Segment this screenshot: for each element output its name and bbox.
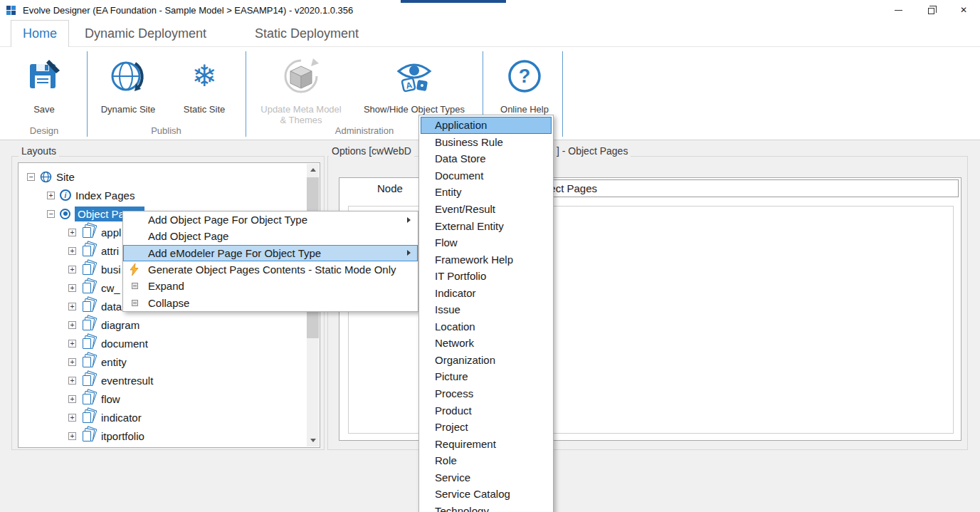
submenu-item-entity[interactable]: Entity: [421, 184, 552, 201]
tree-item-itportfolio[interactable]: + itportfolio: [19, 427, 320, 445]
submenu-item-event-result[interactable]: Event/Result: [421, 201, 552, 218]
menu-item-collapse[interactable]: Collapse: [123, 294, 418, 310]
menu-item-label: Add Object Page: [148, 230, 228, 242]
minimize-icon: [895, 10, 902, 11]
submenu-item-location[interactable]: Location: [421, 318, 552, 335]
submenu-item-application[interactable]: Application: [421, 117, 552, 134]
tree-item-label: diagram: [101, 319, 139, 331]
submenu-item-indicator[interactable]: Indicator: [421, 284, 552, 301]
minimize-button[interactable]: [882, 0, 915, 20]
snowflake-icon: ❄: [191, 54, 216, 98]
tree-item-entity[interactable]: + entity: [19, 352, 320, 371]
group-label-design: Design: [16, 125, 73, 136]
titlebar: Evolve Designer (EA Foundation - Sample …: [0, 0, 980, 20]
submenu-item-organization[interactable]: Organization: [421, 352, 552, 369]
page-stack-icon: [81, 357, 97, 367]
menu-item-add-object-page[interactable]: Add Object Page: [123, 228, 418, 244]
submenu-item-it-portfolio[interactable]: IT Portfolio: [421, 268, 552, 285]
menu-item-expand[interactable]: Expand: [123, 278, 418, 294]
submenu-item-project[interactable]: Project: [421, 419, 552, 436]
menu-item-add-emodeler-page-for-object-type[interactable]: Add eModeler Page For Object Type: [123, 245, 418, 261]
show-hide-object-types-label: Show/Hide Object Types: [364, 104, 465, 115]
expand-expander-icon[interactable]: +: [68, 358, 76, 366]
menu-item-label: Add Object Page For Object Type: [148, 214, 307, 226]
maximize-button[interactable]: [915, 0, 947, 20]
expand-expander-icon[interactable]: +: [68, 395, 76, 403]
expand-expander-icon[interactable]: +: [68, 414, 76, 422]
menu-item-label: Expand: [148, 280, 184, 292]
collapse-expander-icon[interactable]: −: [27, 173, 35, 181]
submenu-item-requirement[interactable]: Requirement: [421, 435, 552, 452]
submenu-item-document[interactable]: Document: [421, 167, 552, 184]
options-panel-title-left: Options [cwWebD: [329, 145, 414, 157]
menu-item-generate-object-pages-contents[interactable]: Generate Object Pages Contents - Static …: [123, 261, 418, 278]
expand-expander-icon[interactable]: +: [68, 247, 76, 255]
submenu-item-flow[interactable]: Flow: [421, 234, 552, 251]
dynamic-site-button[interactable]: Dynamic Site: [95, 54, 162, 115]
expand-expander-icon[interactable]: +: [68, 303, 76, 310]
menu-item-add-object-page-for-object-type[interactable]: Add Object Page For Object Type: [123, 211, 418, 228]
tab-home[interactable]: Home: [11, 20, 69, 48]
close-button[interactable]: ✕: [947, 0, 980, 20]
save-button[interactable]: Save: [16, 54, 73, 115]
tree-item-diagram[interactable]: + diagram: [19, 315, 320, 334]
static-site-button[interactable]: ❄ Static Site: [171, 54, 238, 115]
lightning-icon: [130, 263, 139, 276]
submenu-item-service[interactable]: Service: [421, 469, 552, 486]
submenu-item-issue[interactable]: Issue: [421, 301, 552, 318]
submenu-item-technology[interactable]: Technology: [421, 503, 552, 512]
submenu-item-service-catalog[interactable]: Service Catalog: [421, 486, 552, 503]
expand-expander-icon[interactable]: +: [68, 377, 76, 385]
submenu-item-framework-help[interactable]: Framework Help: [421, 251, 552, 268]
page-stack-icon: [81, 412, 97, 423]
submenu-item-picture[interactable]: Picture: [421, 368, 552, 385]
page-stack-icon: [81, 283, 97, 293]
submenu-item-process[interactable]: Process: [421, 385, 552, 402]
ribbon-separator: [87, 51, 88, 137]
submenu-item-external-entity[interactable]: External Entity: [421, 217, 552, 234]
tree-item-indicator[interactable]: + indicator: [19, 408, 320, 427]
svg-text:?: ?: [519, 66, 531, 87]
tree-item-label: entity: [101, 356, 127, 368]
tree-item-label: itportfolio: [101, 430, 144, 442]
tree-item-eventresult[interactable]: + eventresult: [19, 371, 320, 390]
expand-expander-icon[interactable]: +: [68, 321, 76, 329]
submenu-item-product[interactable]: Product: [421, 402, 552, 419]
scrollbar-down-button[interactable]: [307, 434, 319, 446]
window-title: Evolve Designer (EA Foundation - Sample …: [23, 5, 353, 16]
tree-item-label: data: [101, 301, 122, 313]
tree-item-site[interactable]: − Site: [19, 167, 320, 186]
page-stack-icon: [81, 338, 97, 349]
expand-expander-icon[interactable]: +: [68, 432, 76, 440]
show-hide-object-types-button[interactable]: A Show/Hide Object Types: [354, 54, 474, 115]
submenu-item-data-store[interactable]: Data Store: [421, 150, 552, 167]
expand-expander-icon[interactable]: +: [68, 284, 76, 292]
tree-item-flow[interactable]: + flow: [19, 390, 320, 408]
app-logo-icon: [6, 4, 17, 16]
tree-item-index-pages[interactable]: + i Index Pages: [19, 186, 320, 204]
submenu-item-role[interactable]: Role: [421, 452, 552, 469]
tab-dynamic-deployment[interactable]: Dynamic Deployment: [73, 20, 218, 47]
submenu-arrow-icon: [407, 217, 411, 223]
tree-item-label: appl: [101, 226, 121, 239]
tree-item-document[interactable]: + document: [19, 334, 320, 352]
tree-item-label: Index Pages: [75, 189, 135, 202]
scrollbar-up-button[interactable]: [307, 164, 319, 176]
expand-expander-icon[interactable]: +: [68, 340, 76, 348]
online-help-label: Online Help: [500, 104, 549, 115]
expand-expander-icon[interactable]: +: [47, 192, 55, 199]
submenu-item-network[interactable]: Network: [421, 335, 552, 352]
floppy-disk-icon: [27, 54, 61, 98]
tab-static-deployment[interactable]: Static Deployment: [243, 20, 370, 47]
menu-item-label: Generate Object Pages Contents - Static …: [148, 263, 396, 276]
top-accent-strip: [401, 0, 506, 3]
collapse-expander-icon[interactable]: −: [47, 210, 55, 218]
expand-icon: [130, 283, 138, 289]
expand-expander-icon[interactable]: +: [68, 266, 76, 273]
info-icon: i: [60, 189, 71, 201]
submenu-item-business-rule[interactable]: Business Rule: [421, 134, 552, 151]
tree-item-label: Site: [56, 171, 75, 183]
update-meta-model-button[interactable]: Update Meta Model & Themes: [255, 54, 347, 125]
expand-expander-icon[interactable]: +: [68, 229, 76, 236]
online-help-button[interactable]: ? Online Help: [493, 54, 556, 115]
